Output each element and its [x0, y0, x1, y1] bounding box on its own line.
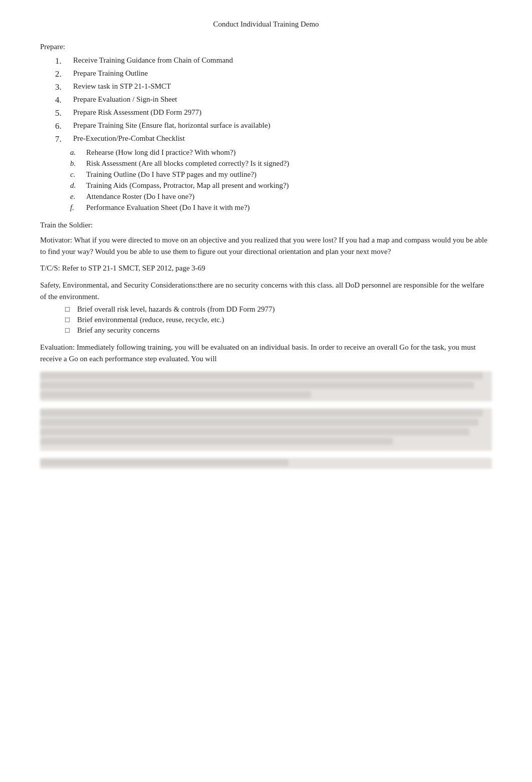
sub-e-text: Attendance Roster (Do I have one?) [86, 192, 194, 201]
list-item-2: 2. Prepare Training Outline [55, 69, 492, 79]
item-1-text: Receive Training Guidance from Chain of … [73, 56, 233, 65]
sub-d-text: Training Aids (Compass, Protractor, Map … [86, 181, 289, 190]
bullet-item-1: □ Brief overall risk level, hazards & co… [65, 305, 492, 314]
alpha-c: c. [70, 170, 86, 179]
item-2-text: Prepare Training Outline [73, 69, 148, 78]
bullet-2-text: Brief environmental (reduce, reuse, recy… [77, 316, 224, 324]
sub-alpha-list: a. Rehearse (How long did I practice? Wi… [40, 148, 492, 212]
sub-item-e: e. Attendance Roster (Do I have one?) [70, 192, 492, 201]
num-5: 5. [55, 108, 73, 118]
alpha-f: f. [70, 203, 86, 212]
bullet-item-2: □ Brief environmental (reduce, reuse, re… [65, 316, 492, 324]
num-1: 1. [55, 56, 73, 66]
evaluation-paragraph: Evaluation: Immediately following traini… [40, 342, 492, 364]
evaluation-label: Evaluation: [40, 343, 75, 351]
list-item-1: 1. Receive Training Guidance from Chain … [55, 56, 492, 66]
bullet-item-3: □ Brief any security concerns [65, 326, 492, 335]
item-7-text: Pre-Execution/Pre-Combat Checklist [73, 134, 185, 143]
safety-paragraph: Safety, Environmental, and Security Cons… [40, 280, 492, 302]
sub-b-text: Risk Assessment (Are all blocks complete… [86, 159, 289, 168]
alpha-e: e. [70, 192, 86, 201]
page-container: Conduct Individual Training Demo Prepare… [40, 20, 492, 469]
prepare-label: Prepare: [40, 43, 492, 51]
motivator-text: What if you were directed to move on an … [40, 236, 487, 255]
page-title: Conduct Individual Training Demo [40, 20, 492, 29]
num-6: 6. [55, 121, 73, 131]
tcs-text: Refer to STP 21-1 SMCT, SEP 2012, page 3… [60, 264, 205, 272]
sub-item-a: a. Rehearse (How long did I practice? Wi… [70, 148, 492, 157]
sub-item-f: f. Performance Evaluation Sheet (Do I ha… [70, 203, 492, 212]
evaluation-text: Immediately following training, you will… [40, 343, 476, 363]
num-7: 7. [55, 134, 73, 144]
bullet-char-1: □ [65, 305, 77, 314]
blurred-block-2 [40, 408, 492, 451]
sub-f-text: Performance Evaluation Sheet (Do I have … [86, 203, 250, 212]
bullet-char-2: □ [65, 316, 77, 324]
list-item-3: 3. Review task in STP 21-1-SMCT [55, 82, 492, 92]
item-5-text: Prepare Risk Assessment (DD Form 2977) [73, 108, 201, 117]
item-4-text: Prepare Evaluation / Sign-in Sheet [73, 95, 177, 104]
main-numbered-list: 1. Receive Training Guidance from Chain … [40, 56, 492, 144]
motivator-label: Motivator: [40, 236, 72, 244]
num-2: 2. [55, 69, 73, 79]
train-label: Train the Soldier: [40, 221, 492, 229]
tcs-line: T/C/S: Refer to STP 21-1 SMCT, SEP 2012,… [40, 264, 492, 273]
sub-c-text: Training Outline (Do I have STP pages an… [86, 170, 256, 179]
list-item-7: 7. Pre-Execution/Pre-Combat Checklist [55, 134, 492, 144]
list-item-5: 5. Prepare Risk Assessment (DD Form 2977… [55, 108, 492, 118]
item-3-text: Review task in STP 21-1-SMCT [73, 82, 171, 91]
blurred-block-1 [40, 371, 492, 401]
alpha-b: b. [70, 159, 86, 168]
sub-item-c: c. Training Outline (Do I have STP pages… [70, 170, 492, 179]
bullet-3-text: Brief any security concerns [77, 326, 160, 335]
list-item-4: 4. Prepare Evaluation / Sign-in Sheet [55, 95, 492, 105]
sub-item-b: b. Risk Assessment (Are all blocks compl… [70, 159, 492, 168]
tcs-label: T/C/S: [40, 264, 60, 272]
bullet-char-3: □ [65, 326, 77, 335]
alpha-d: d. [70, 181, 86, 190]
sub-item-d: d. Training Aids (Compass, Protractor, M… [70, 181, 492, 190]
item-6-text: Prepare Training Site (Ensure flat, hori… [73, 121, 271, 130]
sub-a-text: Rehearse (How long did I practice? With … [86, 148, 236, 157]
num-3: 3. [55, 82, 73, 92]
blurred-block-3 [40, 458, 492, 469]
list-item-6: 6. Prepare Training Site (Ensure flat, h… [55, 121, 492, 131]
num-4: 4. [55, 95, 73, 105]
bullet-list: □ Brief overall risk level, hazards & co… [40, 305, 492, 335]
motivator-paragraph: Motivator: What if you were directed to … [40, 234, 492, 257]
alpha-a: a. [70, 148, 86, 157]
bullet-1-text: Brief overall risk level, hazards & cont… [77, 305, 275, 314]
